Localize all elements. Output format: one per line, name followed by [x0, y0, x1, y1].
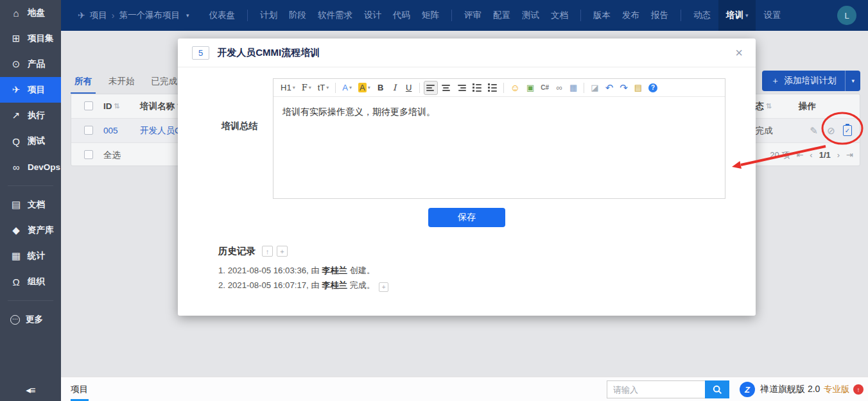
image-button[interactable]: ▣: [524, 81, 537, 95]
select-all-label[interactable]: 全选: [103, 143, 121, 167]
font-size-button[interactable]: tT▾: [315, 81, 332, 95]
sidebar-item-project[interactable]: ✈项目: [0, 77, 61, 103]
nav-divider: [247, 10, 248, 21]
avatar[interactable]: L: [837, 6, 856, 25]
nav-item-matrix[interactable]: 矩阵: [422, 0, 439, 31]
review-icon[interactable]: ⊘: [826, 125, 837, 137]
nav-item-training[interactable]: 培训▾: [718, 0, 756, 31]
paste-button[interactable]: ▤: [632, 81, 645, 95]
sidebar-item-execution[interactable]: ↗执行: [0, 103, 61, 128]
sidebar-item-label: 测试: [28, 135, 45, 147]
table-button[interactable]: ▦: [567, 81, 580, 95]
collapse-sidebar-button[interactable]: ◂≡: [0, 384, 61, 396]
italic-button[interactable]: I: [388, 81, 401, 95]
close-icon[interactable]: ×: [735, 46, 743, 60]
row-checkbox[interactable]: [84, 126, 93, 135]
history-user: 李桂兰: [322, 280, 347, 290]
highlight-color-button[interactable]: A▾: [356, 81, 373, 95]
sort-icon[interactable]: ⇅: [114, 102, 120, 110]
heading-button[interactable]: H1▾: [278, 81, 298, 95]
add-training-plan-button[interactable]: ＋ 添加培训计划 ▾: [762, 71, 860, 91]
tab-not-started[interactable]: 未开始: [105, 73, 139, 94]
nav-item-build[interactable]: 版本: [593, 0, 611, 31]
nav-item-code[interactable]: 代码: [393, 0, 410, 31]
upgrade-icon[interactable]: ↑: [853, 384, 864, 395]
select-all-checkbox[interactable]: [84, 150, 93, 159]
sidebar-item-assets[interactable]: ◆资产库: [0, 218, 61, 243]
zentao-logo: Z: [740, 382, 755, 397]
code-button[interactable]: C#: [538, 81, 551, 95]
font-family-button[interactable]: F▾: [299, 81, 314, 95]
ordered-list-button[interactable]: [470, 81, 484, 95]
training-summary-icon[interactable]: ✓: [843, 125, 852, 136]
nav-item-report[interactable]: 报告: [651, 0, 668, 31]
nav-item-review[interactable]: 评审: [464, 0, 482, 31]
nav-item-stage[interactable]: 阶段: [289, 0, 306, 31]
search-input[interactable]: [607, 380, 705, 398]
sidebar-item-home[interactable]: ⌂地盘: [0, 0, 61, 26]
nav-item-config[interactable]: 配置: [493, 0, 510, 31]
undo-button[interactable]: ↶: [603, 81, 616, 95]
sidebar-item-qa[interactable]: Q测试: [0, 128, 61, 154]
nav-item-settings[interactable]: 设置: [763, 0, 781, 31]
search-button[interactable]: [705, 380, 729, 398]
more-icon: ⋯: [10, 315, 20, 325]
history-text: 1. 2021-08-05 16:03:36, 由: [218, 266, 322, 275]
redo-button[interactable]: ↷: [617, 81, 630, 95]
sidebar-item-org[interactable]: Ω组织: [0, 269, 61, 294]
font-color-button[interactable]: A▾: [340, 81, 354, 95]
link-button[interactable]: ∞: [553, 81, 566, 95]
sort-icon[interactable]: ⇅: [766, 102, 772, 110]
breadcrumb-project[interactable]: 第一个瀑布项目: [119, 10, 180, 21]
training-id-link[interactable]: 005: [103, 119, 118, 142]
first-page-button[interactable]: ⇤: [796, 150, 803, 160]
sidebar-item-stats[interactable]: ▦统计: [0, 243, 61, 269]
next-page-button[interactable]: ›: [837, 150, 840, 160]
edit-icon[interactable]: ✎: [808, 125, 819, 137]
nav-item-requirement[interactable]: 软件需求: [318, 0, 352, 31]
sidebar-item-doc[interactable]: ▤文档: [0, 192, 61, 218]
sidebar-item-more[interactable]: ⋯更多: [0, 307, 61, 332]
unordered-list-button[interactable]: [485, 81, 499, 95]
chevron-down-icon[interactable]: ▾: [845, 71, 860, 91]
history-entry: 1. 2021-08-05 16:03:36, 由 李桂兰 创建。: [218, 263, 717, 278]
align-center-button[interactable]: [439, 81, 453, 95]
column-header-id[interactable]: ID ⇅: [103, 94, 120, 118]
last-page-button[interactable]: ⇥: [846, 150, 853, 160]
nav-item-release[interactable]: 发布: [622, 0, 639, 31]
nav-item-plan[interactable]: 计划: [260, 0, 277, 31]
column-header-name[interactable]: 培训名称 ⇅: [140, 94, 182, 118]
expand-detail-button[interactable]: +: [379, 282, 388, 292]
footer-app-tab[interactable]: 项目: [71, 377, 88, 401]
pagination: 20 项 ⇤ ‹ 1/1 › ⇥: [770, 143, 853, 167]
emoticon-button[interactable]: ☺: [508, 81, 523, 95]
summary-textarea[interactable]: 培训有实际操作意义，期待更多培训。: [273, 97, 725, 126]
bold-button[interactable]: B: [374, 81, 387, 95]
breadcrumb-app[interactable]: 项目: [90, 10, 107, 21]
nav-item-design[interactable]: 设计: [364, 0, 381, 31]
align-left-button[interactable]: [424, 81, 438, 95]
history-sort-button[interactable]: ↑: [262, 246, 273, 257]
nav-item-doc[interactable]: 文档: [551, 0, 568, 31]
edition-link[interactable]: 专业版: [824, 377, 850, 401]
select-all-checkbox[interactable]: [84, 101, 93, 110]
execution-icon: ↗: [10, 110, 22, 121]
align-right-button[interactable]: [455, 81, 469, 95]
prev-page-button[interactable]: ‹: [810, 150, 812, 160]
sidebar-item-devops[interactable]: ∞DevOps: [0, 154, 61, 180]
history-text: 完成。: [347, 280, 375, 290]
save-button[interactable]: 保存: [428, 208, 505, 227]
tab-finished[interactable]: 已完成: [148, 73, 182, 94]
eraser-button[interactable]: ◪: [588, 81, 601, 95]
devops-icon: ∞: [10, 162, 22, 173]
doc-icon: ▤: [10, 199, 22, 210]
nav-item-test[interactable]: 测试: [522, 0, 539, 31]
nav-item-dynamic[interactable]: 动态: [693, 0, 711, 31]
sidebar-item-program[interactable]: ⊞项目集: [0, 26, 61, 51]
sidebar-item-product[interactable]: ⊙产品: [0, 51, 61, 77]
nav-item-dashboard[interactable]: 仪表盘: [209, 0, 235, 31]
underline-button[interactable]: U: [403, 81, 415, 95]
help-button[interactable]: ?: [646, 81, 660, 95]
history-expand-all-button[interactable]: +: [277, 246, 288, 257]
tab-all[interactable]: 所有: [71, 73, 96, 94]
